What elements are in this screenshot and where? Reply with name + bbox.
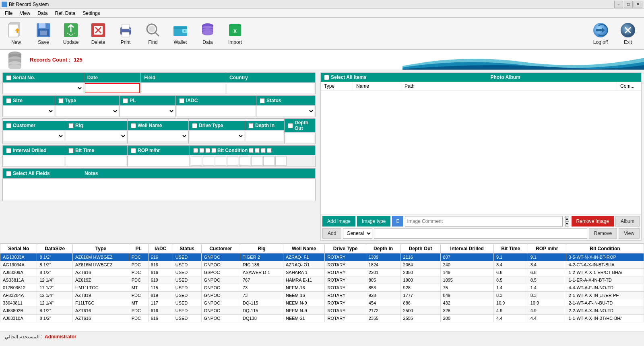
- find-button[interactable]: Find: [140, 19, 166, 47]
- print-button[interactable]: Print: [113, 19, 138, 47]
- menu-refdata[interactable]: Ref. Data: [52, 10, 79, 17]
- remove-image-button[interactable]: Remove Image: [572, 216, 614, 227]
- image-comment-input[interactable]: [405, 216, 562, 227]
- maximize-button[interactable]: □: [624, 1, 633, 8]
- spin-down[interactable]: ▼: [565, 221, 569, 227]
- status-input[interactable]: [257, 106, 314, 116]
- serial-no-input[interactable]: [4, 83, 83, 93]
- iadc-check[interactable]: [179, 98, 184, 103]
- bc-check3[interactable]: [205, 148, 210, 153]
- rig-check[interactable]: [68, 123, 74, 128]
- data-button[interactable]: Data: [195, 19, 221, 47]
- menu-data[interactable]: Data: [34, 10, 51, 17]
- menu-file[interactable]: File: [2, 10, 16, 17]
- exit-icon: [619, 22, 636, 39]
- table-row[interactable]: AJ83309A8 1/2"AZT616PDC616USEDGSPOCASAWE…: [0, 269, 644, 276]
- country-input[interactable]: [227, 83, 314, 93]
- bc-check6[interactable]: [255, 148, 260, 153]
- serial-no-check[interactable]: [6, 75, 11, 80]
- bc-check5[interactable]: [249, 148, 254, 153]
- bc-field7[interactable]: [263, 156, 275, 166]
- date-header: Date: [84, 73, 140, 82]
- table-row[interactable]: AG13033A8 1/2"AZ616M HWBGEZPDC616USEDGNP…: [0, 253, 644, 261]
- depth-in-input[interactable]: [246, 131, 283, 141]
- depth-in-check[interactable]: [248, 123, 254, 128]
- bit-time-check[interactable]: [68, 148, 74, 153]
- pl-input[interactable]: [120, 106, 175, 116]
- menu-view[interactable]: View: [17, 10, 33, 17]
- photo-table-header: Type Name Path Com...: [321, 82, 641, 91]
- status-check[interactable]: [260, 98, 265, 103]
- bc-field6[interactable]: [251, 156, 262, 166]
- bc-check1[interactable]: [193, 148, 198, 153]
- new-button[interactable]: New: [3, 19, 29, 47]
- bc-field2[interactable]: [203, 156, 214, 166]
- table-row[interactable]: 3304081112 1/4"F11LTGCMT117USEDGNPOCDQ-1…: [0, 299, 644, 307]
- wallet-button[interactable]: Wallet: [167, 19, 193, 47]
- rig-input[interactable]: [66, 131, 126, 141]
- bc-check8[interactable]: [267, 148, 272, 153]
- bc-field8[interactable]: [275, 156, 287, 166]
- type-check[interactable]: [58, 98, 64, 103]
- remove-button[interactable]: Remove: [589, 228, 617, 239]
- pl-check[interactable]: [123, 98, 128, 103]
- type-select[interactable]: General: [343, 228, 372, 239]
- select-all-items-check[interactable]: [324, 75, 329, 80]
- delete-button[interactable]: Delete: [85, 19, 111, 47]
- add-button[interactable]: Add: [322, 228, 341, 239]
- depth-out-check[interactable]: [288, 123, 293, 128]
- field-input[interactable]: [142, 83, 225, 93]
- well-name-check[interactable]: [131, 123, 136, 128]
- comment-input2[interactable]: [374, 228, 587, 239]
- bc-check7[interactable]: [261, 148, 266, 153]
- interval-drilled-input[interactable]: [4, 156, 64, 166]
- bc-field5[interactable]: [239, 156, 250, 166]
- image-type-button[interactable]: Image type: [357, 216, 390, 227]
- view-button[interactable]: View: [619, 228, 640, 239]
- table-row[interactable]: 017B0361217 1/2"HM11LTGCMT115USEDGNPOC73…: [0, 284, 644, 292]
- depth-out-input[interactable]: [285, 133, 314, 143]
- date-input[interactable]: 2018 / 07 / 29: [85, 83, 140, 93]
- import-button[interactable]: X Import: [222, 19, 248, 47]
- interval-drilled-check[interactable]: [6, 148, 11, 153]
- table-row[interactable]: AG13034A8 1/2"AZ616M HWBGEZPDC616USEDGNP…: [0, 261, 644, 269]
- e-button[interactable]: E: [392, 216, 403, 227]
- update-button[interactable]: Update: [58, 19, 84, 47]
- table-row[interactable]: AJ83310A8 1/2"AZT616PDC616USEDGNPOCDQ138…: [0, 315, 644, 322]
- close-button[interactable]: ✕: [634, 1, 642, 8]
- logoff-button[interactable]: Log off: [588, 19, 613, 47]
- drive-type-input[interactable]: [190, 131, 244, 141]
- table-row[interactable]: AJ83802B8 1/2"AZT616PDC616USEDGNPOCDQ-11…: [0, 307, 644, 315]
- rop-check[interactable]: [131, 148, 136, 153]
- minimize-button[interactable]: −: [614, 1, 623, 8]
- menu-settings[interactable]: Settings: [79, 10, 103, 17]
- table-row[interactable]: AF83284A12 1/4"AZT819PDC819USEDGNPOC73NE…: [0, 292, 644, 299]
- customer-check[interactable]: [6, 123, 11, 128]
- save-button[interactable]: Save: [31, 19, 56, 47]
- iadc-input[interactable]: [177, 106, 255, 116]
- size-input[interactable]: [4, 106, 54, 116]
- bit-time-input[interactable]: [66, 156, 126, 166]
- customer-input[interactable]: [4, 131, 64, 141]
- rop-input[interactable]: [128, 156, 189, 166]
- data-grid-container[interactable]: Serial No DataSize Type PL IADC Status C…: [0, 243, 644, 332]
- bc-check4[interactable]: [211, 148, 216, 153]
- data-grid-body[interactable]: AG13033A8 1/2"AZ616M HWBGEZPDC616USEDGNP…: [0, 253, 644, 322]
- well-name-input[interactable]: [128, 131, 188, 141]
- size-check[interactable]: [6, 98, 11, 103]
- bc-field1[interactable]: [191, 156, 202, 166]
- bc-field4[interactable]: [227, 156, 238, 166]
- table-row[interactable]: AS33811A12 1/4"AZ619ZPDC619USEDGNPOC767H…: [0, 276, 644, 284]
- bc-field3[interactable]: [215, 156, 226, 166]
- album-button[interactable]: Album: [615, 216, 640, 227]
- select-all-check[interactable]: [6, 171, 11, 176]
- add-image-button[interactable]: Add Image: [322, 216, 355, 227]
- drive-type-check[interactable]: [192, 123, 197, 128]
- title-bar-controls[interactable]: − □ ✕: [614, 1, 642, 8]
- bc-check2[interactable]: [199, 148, 204, 153]
- notes-textarea[interactable]: [3, 179, 315, 200]
- type-input[interactable]: [56, 106, 118, 116]
- exit-button[interactable]: Exit: [615, 19, 641, 47]
- photo-bottom: Add Image Image type E ▲ ▼ Remove Image …: [321, 214, 641, 240]
- spin-up[interactable]: ▲: [565, 216, 569, 221]
